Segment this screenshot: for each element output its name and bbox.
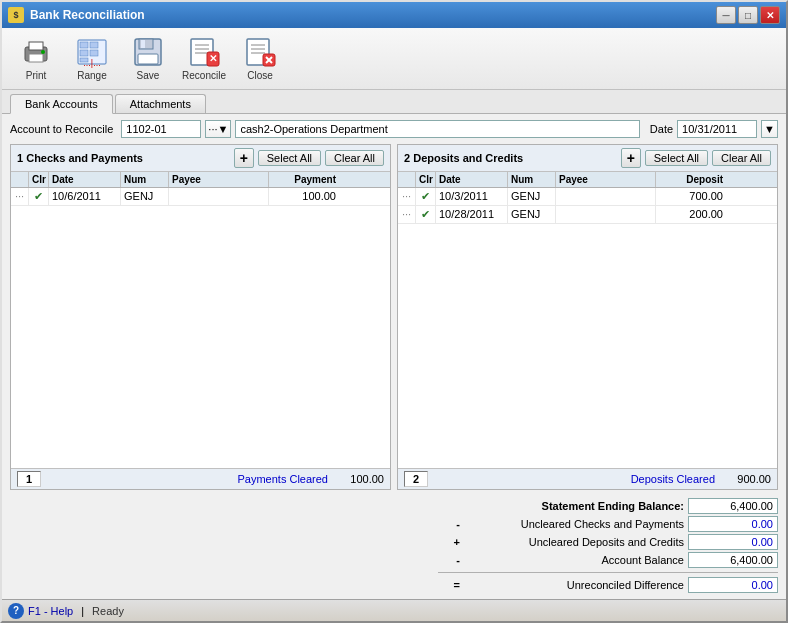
deposits-row-0[interactable]: ··· ✔ 10/3/2011 GENJ 700.00 [398, 188, 777, 206]
deposits-select-all-button[interactable]: Select All [645, 150, 708, 166]
ending-balance-row: Statement Ending Balance: [464, 498, 778, 514]
deposits-row-1-dots[interactable]: ··· [398, 206, 416, 223]
date-input[interactable] [677, 120, 757, 138]
uncleared-deposits-label: Uncleared Deposits and Credits [464, 536, 684, 548]
close-button[interactable]: Close [234, 32, 286, 85]
minimize-button[interactable]: ─ [716, 6, 736, 24]
app-icon: $ [8, 7, 24, 23]
account-browse-button[interactable]: ···▼ [205, 120, 231, 138]
checks-panel: 1 Checks and Payments + Select All Clear… [10, 144, 391, 490]
toolbar: Print ...|... Range [2, 28, 786, 90]
checks-add-button[interactable]: + [234, 148, 254, 168]
checks-col-date: Date [49, 172, 121, 187]
deposits-row-1-date: 10/28/2011 [436, 206, 508, 223]
difference-value[interactable] [688, 577, 778, 593]
account-balance-value[interactable] [688, 552, 778, 568]
checks-col-payment: Payment [269, 172, 339, 187]
checks-footer-amount: 100.00 [334, 473, 384, 485]
deposits-row-0-deposit: 700.00 [656, 188, 726, 205]
svg-rect-1 [29, 42, 43, 50]
maximize-button[interactable]: □ [738, 6, 758, 24]
deposits-col-payee: Payee [556, 172, 656, 187]
deposits-add-button[interactable]: + [621, 148, 641, 168]
checks-row-0-date: 10/6/2011 [49, 188, 121, 205]
deposits-col-date: Date [436, 172, 508, 187]
checks-row-0[interactable]: ··· ✔ 10/6/2011 GENJ 100.00 [11, 188, 390, 206]
content-area: Account to Reconcile ···▼ Date ▼ 1 Check… [2, 114, 786, 599]
deposits-row-1-payee [556, 206, 656, 223]
range-icon: ...|... [76, 36, 108, 68]
deposits-panel: 2 Deposits and Credits + Select All Clea… [397, 144, 778, 490]
date-dropdown-button[interactable]: ▼ [761, 120, 778, 138]
checks-panel-footer: 1 Payments Cleared 100.00 [11, 468, 390, 489]
status-ready: Ready [92, 605, 124, 617]
svg-rect-7 [80, 50, 88, 56]
uncleared-checks-value[interactable] [688, 516, 778, 532]
svg-rect-14 [138, 54, 158, 64]
deposits-grid-header: Clr Date Num Payee Deposit [398, 172, 777, 188]
uncleared-checks-label: Uncleared Checks and Payments [464, 518, 684, 530]
ending-balance-value[interactable] [688, 498, 778, 514]
checks-row-0-dots[interactable]: ··· [11, 188, 29, 205]
panels-row: 1 Checks and Payments + Select All Clear… [10, 144, 778, 490]
deposits-col-deposit: Deposit [656, 172, 726, 187]
print-icon [20, 36, 52, 68]
help-link[interactable]: ? F1 - Help [8, 603, 73, 619]
help-icon: ? [8, 603, 24, 619]
date-label: Date [650, 123, 673, 135]
save-button[interactable]: Save [122, 32, 174, 85]
deposits-clear-all-button[interactable]: Clear All [712, 150, 771, 166]
deposits-panel-header: 2 Deposits and Credits + Select All Clea… [398, 145, 777, 172]
checks-col-num: Num [121, 172, 169, 187]
deposits-row-0-payee [556, 188, 656, 205]
summary-section: Statement Ending Balance: - Uncleared Ch… [10, 498, 778, 593]
account-balance-prefix: - [444, 554, 460, 566]
account-to-reconcile-label: Account to Reconcile [10, 123, 113, 135]
svg-text:✕: ✕ [209, 53, 217, 64]
tab-bank-accounts[interactable]: Bank Accounts [10, 94, 113, 114]
checks-footer-count: 1 [17, 471, 41, 487]
account-code-input[interactable] [121, 120, 201, 138]
deposits-col-num: Num [508, 172, 556, 187]
uncleared-deposits-row: + Uncleared Deposits and Credits [444, 534, 778, 550]
checks-select-all-button[interactable]: Select All [258, 150, 321, 166]
tab-attachments[interactable]: Attachments [115, 94, 206, 113]
deposits-row-1-num: GENJ [508, 206, 556, 223]
save-icon [132, 36, 164, 68]
difference-label: Unreconciled Difference [464, 579, 684, 591]
svg-rect-8 [90, 50, 98, 56]
uncleared-deposits-prefix: + [444, 536, 460, 548]
deposits-row-0-clr[interactable]: ✔ [416, 188, 436, 205]
checks-panel-header: 1 Checks and Payments + Select All Clear… [11, 145, 390, 172]
main-window: $ Bank Reconciliation ─ □ ✕ Print [0, 0, 788, 623]
account-row: Account to Reconcile ···▼ Date ▼ [10, 120, 778, 138]
deposits-row-0-num: GENJ [508, 188, 556, 205]
checks-clear-all-button[interactable]: Clear All [325, 150, 384, 166]
svg-point-3 [41, 50, 45, 54]
reconcile-button[interactable]: ✕ Reconcile [178, 32, 230, 85]
checks-grid-header: Clr Date Num Payee Payment [11, 172, 390, 188]
difference-row: = Unreconciled Difference [444, 577, 778, 593]
deposits-row-0-dots[interactable]: ··· [398, 188, 416, 205]
deposits-grid-body: ··· ✔ 10/3/2011 GENJ 700.00 ··· ✔ 10/28/… [398, 188, 777, 468]
deposits-panel-footer: 2 Deposits Cleared 900.00 [398, 468, 777, 489]
range-button[interactable]: ...|... Range [66, 32, 118, 85]
uncleared-deposits-value[interactable] [688, 534, 778, 550]
deposits-panel-title: 2 Deposits and Credits [404, 152, 617, 164]
svg-rect-13 [141, 40, 145, 48]
uncleared-checks-prefix: - [444, 518, 460, 530]
print-button[interactable]: Print [10, 32, 62, 85]
account-name-input[interactable] [235, 120, 639, 138]
deposits-row-1-clr[interactable]: ✔ [416, 206, 436, 223]
title-bar: $ Bank Reconciliation ─ □ ✕ [2, 2, 786, 28]
help-label: F1 - Help [28, 605, 73, 617]
close-window-button[interactable]: ✕ [760, 6, 780, 24]
checks-row-0-payment: 100.00 [269, 188, 339, 205]
checks-col-clr: Clr [29, 172, 49, 187]
deposits-row-1[interactable]: ··· ✔ 10/28/2011 GENJ 200.00 [398, 206, 777, 224]
close-icon [244, 36, 276, 68]
checks-row-0-clr[interactable]: ✔ [29, 188, 49, 205]
checks-row-0-payee [169, 188, 269, 205]
print-label: Print [26, 70, 47, 81]
deposits-footer-count: 2 [404, 471, 428, 487]
